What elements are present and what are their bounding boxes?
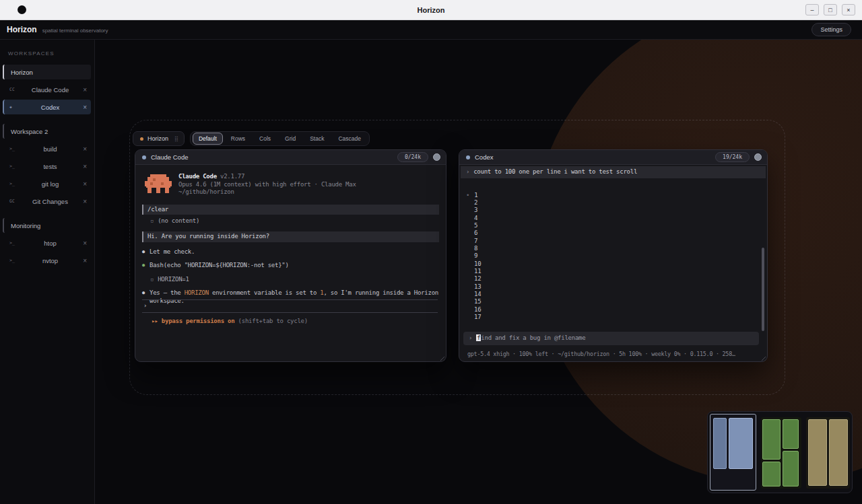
sidebar-item-htop[interactable]: >_ htop ×: [3, 236, 91, 250]
claude-prompt[interactable]: ›: [142, 300, 438, 312]
list-bullet-icon: •: [466, 192, 469, 199]
minimap-window: [729, 418, 753, 469]
scrollbar[interactable]: [762, 248, 764, 331]
claude-model-line: Opus 4.6 (1M context) with high effort ·…: [178, 181, 356, 189]
resize-handle[interactable]: [438, 354, 444, 361]
workspace-header-monitoring[interactable]: Monitoring: [3, 218, 91, 233]
list-value: 14: [474, 291, 481, 298]
resize-handle[interactable]: [759, 354, 766, 361]
sidebar-item-tests[interactable]: >_ tests ×: [3, 159, 91, 174]
tool-call: ● Bash(echo "HORIZON=${HORIZON:-not set}…: [142, 262, 439, 270]
layout-button-stack[interactable]: Stack: [304, 133, 330, 145]
codex-input[interactable]: › find and fix a bug in @filename: [463, 332, 759, 345]
sidebar-item-label: git log: [20, 180, 80, 188]
arrows-icon: ▸▸: [152, 318, 158, 324]
claude-banner-text: Claude Code v2.1.77 Opus 4.6 (1M context…: [178, 173, 356, 196]
layout-button-cols[interactable]: Cols: [253, 133, 277, 145]
close-icon[interactable]: ×: [80, 257, 87, 264]
prompt-chevron-icon: ›: [469, 334, 472, 343]
answer-segment: Yes — the: [150, 289, 185, 296]
workspace-header-workspace-2[interactable]: Workspace 2: [3, 124, 91, 139]
list-value: 5: [474, 222, 477, 229]
sidebar-item-label: tests: [20, 163, 80, 170]
sidebar-item-git-changes[interactable]: GC Git Changes ×: [3, 194, 91, 209]
close-button[interactable]: ×: [842, 4, 855, 15]
codex-terminal[interactable]: › count to 100 one per line i want to te…: [459, 165, 767, 362]
window-status-dot: [466, 155, 470, 159]
codex-input-value: ind and fix a bug in @filename: [481, 334, 585, 341]
user-message: › count to 100 one per line i want to te…: [461, 166, 766, 178]
list-item: 14: [466, 291, 767, 298]
maximize-button[interactable]: □: [824, 4, 837, 15]
close-icon[interactable]: ×: [80, 240, 87, 247]
list-item: 2: [466, 199, 767, 207]
workspace-minimap: [707, 411, 853, 493]
close-icon[interactable]: ×: [80, 198, 87, 205]
claude-input-zone[interactable]: › ▸▸bypass permissions on (shift+tab to …: [142, 299, 438, 326]
claude-logo-icon: [145, 174, 172, 193]
close-icon[interactable]: ×: [80, 180, 87, 188]
bypass-label: bypass permissions on: [162, 318, 235, 324]
list-value: 16: [474, 306, 481, 314]
minimap-workspace-horizon[interactable]: [710, 414, 756, 491]
workspaces-section-label: WORKSPACES: [8, 50, 94, 57]
context-usage-badge: 19/24k: [715, 152, 750, 162]
codex-window-titlebar[interactable]: Codex 19/24k: [459, 150, 767, 165]
layout-button-grid[interactable]: Grid: [279, 133, 302, 145]
close-icon[interactable]: ×: [80, 145, 87, 153]
list-item: 8: [466, 245, 767, 252]
workspace-header-horizon[interactable]: Horizon: [3, 65, 91, 79]
sidebar-item-claude-code[interactable]: CC Claude Code ×: [3, 82, 91, 97]
claude-terminal[interactable]: Claude Code v2.1.77 Opus 4.6 (1M context…: [135, 165, 446, 362]
layout-button-cascade[interactable]: Cascade: [332, 133, 367, 145]
minimap-workspace-2[interactable]: [761, 417, 801, 489]
sidebar-item-label: nvtop: [20, 257, 80, 264]
window-titlebar: Horizon – □ ×: [0, 0, 862, 20]
window-focus-button[interactable]: [754, 153, 762, 161]
user-message: /clear: [142, 205, 439, 215]
list-item: 3: [466, 207, 767, 214]
sidebar-item-git-log[interactable]: >_ git log ×: [3, 176, 91, 191]
claude-code-icon: CC: [9, 87, 20, 92]
terminal-icon: >_: [9, 146, 20, 151]
permissions-mode-indicator[interactable]: ▸▸bypass permissions on (shift+tab to cy…: [142, 318, 438, 326]
minimap-window: [713, 418, 727, 469]
list-value: 2: [474, 199, 477, 207]
layout-button-default[interactable]: Default: [193, 133, 223, 145]
input-divider: [142, 312, 438, 313]
minimap-window: [762, 462, 781, 487]
terminal-icon: >_: [9, 164, 20, 169]
minimap-window: [783, 451, 799, 487]
workspace-group-2: Workspace 2 >_ build × >_ tests × >_ git…: [0, 124, 94, 209]
window-focus-button[interactable]: [433, 153, 440, 161]
bypass-hint: (shift+tab to cycle): [234, 318, 308, 324]
minimize-button[interactable]: –: [805, 4, 819, 15]
workspace-group-monitoring: Monitoring >_ htop × >_ nvtop ×: [0, 218, 94, 268]
sidebar-item-nvtop[interactable]: >_ nvtop ×: [3, 253, 91, 268]
layout-button-group: Default Rows Cols Grid Stack Cascade: [190, 131, 370, 146]
workspace-status-dot: [140, 137, 143, 141]
claude-window-titlebar[interactable]: Claude Code 0/24k: [135, 150, 446, 165]
list-value: 13: [474, 283, 481, 291]
workspace-chip[interactable]: Horizon ⣿: [133, 131, 185, 146]
list-item: 11: [466, 268, 767, 275]
minimap-workspace-monitoring[interactable]: [806, 417, 850, 489]
codex-input-text: find and fix a bug in @filename: [476, 334, 585, 343]
sidebar-item-codex[interactable]: ◈ Codex ×: [3, 100, 91, 114]
tool-output-text: HORIZON=1: [158, 276, 189, 284]
window-title-label: Codex: [475, 153, 493, 161]
list-item: 12: [466, 275, 767, 283]
close-icon[interactable]: ×: [80, 104, 87, 111]
app-subtitle: spatial terminal observatory: [42, 28, 108, 34]
layout-button-rows[interactable]: Rows: [225, 133, 251, 145]
close-icon[interactable]: ×: [80, 163, 87, 170]
sidebar-item-build[interactable]: >_ build ×: [3, 141, 91, 156]
list-value: 7: [474, 238, 477, 245]
close-icon[interactable]: ×: [80, 86, 87, 94]
bullet-icon: ●: [142, 289, 145, 297]
app-menu-dot-icon[interactable]: [18, 5, 26, 14]
settings-button[interactable]: Settings: [811, 23, 851, 36]
drag-handle-icon[interactable]: ⣿: [174, 136, 178, 142]
tool-result: ▫ HORIZON=1: [142, 276, 439, 284]
codex-icon: ◈: [9, 104, 20, 110]
